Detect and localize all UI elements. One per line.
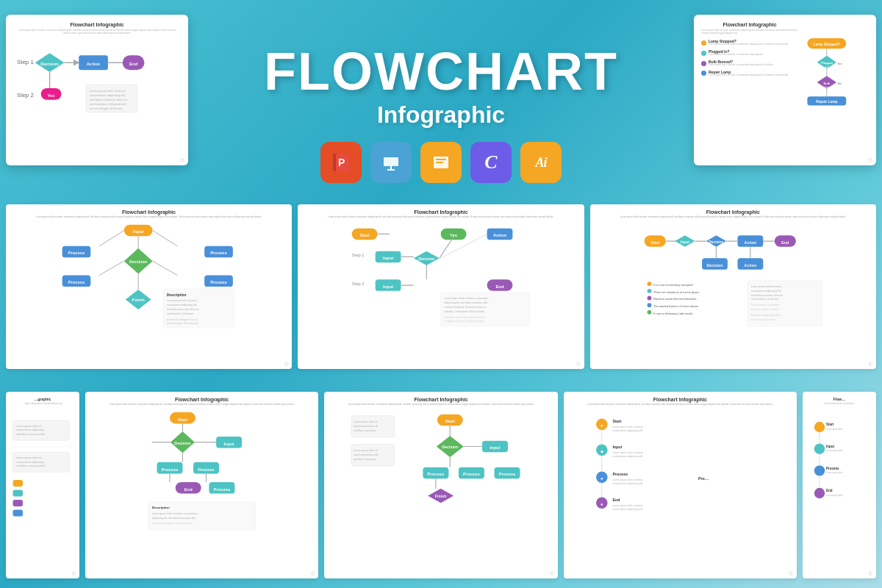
wm-m2: © (576, 362, 580, 367)
svg-rect-150 (13, 480, 24, 487)
svg-text:Decision: Decision (174, 440, 190, 445)
svg-text:Process: Process (162, 467, 179, 471)
svg-text:consectetuer adipiscing elit.: consectetuer adipiscing elit. (612, 455, 643, 458)
slide-body-b4: Lorem ipsum dolor sit amet, consectetur … (586, 404, 774, 406)
svg-text:Repair Lamp: Repair Lamp (816, 100, 837, 104)
svg-text:Description: Description (152, 506, 170, 509)
svg-text:Input: Input (681, 240, 689, 244)
slide-mid-3: Flowchart Infographic Lorem ipsum dolor … (590, 204, 876, 369)
svg-text:End: End (496, 284, 504, 289)
svg-point-233 (814, 443, 825, 453)
illustrator-icon[interactable]: Ai (520, 142, 562, 183)
svg-rect-153 (13, 509, 24, 516)
svg-text:Input: Input (383, 256, 393, 260)
svg-text:Lorem ipsum dolor sit amet,: Lorem ipsum dolor sit amet, (612, 426, 643, 429)
svg-text:Process: Process (210, 280, 227, 284)
flowchart-svg-m2: Start Yes Action Step 1 Input Decision S… (301, 221, 580, 331)
google-slides-icon[interactable] (420, 142, 462, 183)
svg-text:consectetuer adipiscing: consectetuer adipiscing (16, 429, 44, 431)
svg-text:Decision: Decision (442, 445, 459, 449)
slide-title-b3: Flowchart Infographic (414, 397, 467, 402)
watermark-tl: © (181, 158, 184, 163)
bullet-item-2: Plugged in? Lorem ipsum dolor sit amet, … (701, 49, 798, 57)
svg-text:consectetuer adipiscing: consectetuer adipiscing (16, 460, 44, 463)
flowchart-svg-b3: Lorem ipsum dolor sit amet consectetuer … (328, 409, 553, 534)
svg-text:Lorem ipsum dolor sit amet,: Lorem ipsum dolor sit amet, (612, 451, 643, 454)
slide-body-tl: Lorem ipsum dolor sit amet, consectetur … (13, 29, 181, 35)
svg-text:Lorem ipsum dolor sit amet,: Lorem ipsum dolor sit amet, (167, 299, 198, 302)
svg-text:Lorem ipsum dolor sit amet, co: Lorem ipsum dolor sit amet, consectetuer (152, 512, 198, 515)
svg-line-56 (99, 261, 124, 275)
flowchart-svg-b2: Start Decision Input Process Process End (89, 409, 315, 534)
slide-title-m2: Flowchart Infographic (414, 209, 467, 215)
svg-text:adipiscing elit, sed diam nonu: adipiscing elit, sed diam nonummy nibh. (152, 516, 196, 519)
flowchart-svg-m1: Input Process Decision Process Process P… (10, 221, 288, 331)
svg-text:Dolor in hendrerit in vulputat: Dolor in hendrerit in vulputate (751, 304, 779, 306)
svg-text:End: End (184, 487, 193, 492)
slide-body-m3: Lorem ipsum dolor sit amet, consectetur … (619, 216, 847, 219)
svg-text:in vulputate velit esse molest: in vulputate velit esse molestie consequ… (445, 320, 484, 323)
svg-point-229 (814, 422, 825, 432)
svg-text:Lorem ipsum dolor sit: Lorem ipsum dolor sit (16, 456, 41, 459)
svg-text:consectetuer adipiscing elit,: consectetuer adipiscing elit, (167, 304, 198, 306)
svg-text:It uses a dictionary Latin wor: It uses a dictionary Latin words (653, 312, 692, 315)
svg-text:Start: Start (445, 419, 455, 423)
slide-mid-1: Flowchart Infographic Lorem ipsum dolor … (6, 204, 292, 369)
slide-title-m3: Flowchart Infographic (706, 209, 760, 215)
keynote-icon[interactable] (370, 142, 412, 183)
svg-text:Start: Start (650, 240, 659, 245)
slide-title-m1: Flowchart Infographic (122, 209, 176, 215)
flowchart-svg-b4: ● Start Lorem ipsum dolor sit amet, cons… (567, 409, 793, 534)
svg-rect-10 (436, 162, 443, 163)
svg-text:Start: Start (178, 417, 187, 421)
slide-body-b3: Lorem ipsum dolor sit amet, consectetur … (347, 404, 535, 406)
svg-text:Input: Input (223, 441, 234, 445)
svg-text:Lorem ipsum dolor...: Lorem ipsum dolor... (826, 471, 845, 474)
slide-title-b4: Flowchart Infographic (653, 397, 707, 402)
slide-title-tl: Flowchart Infographic (13, 22, 181, 27)
watermark-tr: © (869, 158, 872, 163)
svg-text:sed diam nonummy nibh.: sed diam nonummy nibh. (16, 433, 46, 436)
svg-text:It is now commentary accepted: It is now commentary accepted (653, 283, 692, 287)
app-icons-row: P C Ai (320, 142, 562, 183)
svg-text:sed diam nonummy.: sed diam nonummy. (354, 458, 376, 461)
svg-text:The standard piece of Lorem Ip: The standard piece of Lorem Ipsum (653, 304, 698, 308)
svg-text:●: ● (600, 502, 603, 506)
svg-text:Action: Action (744, 263, 756, 268)
svg-rect-9 (436, 159, 446, 160)
powerpoint-icon[interactable]: P (320, 142, 362, 183)
svg-text:Input: Input (612, 445, 622, 449)
svg-text:Process: Process (499, 472, 516, 476)
svg-text:consectetuer adipiscing elit.: consectetuer adipiscing elit. (612, 508, 643, 511)
svg-text:consectetuer adipiscing elit,: consectetuer adipiscing elit, (90, 93, 126, 97)
slide-body-m2: Lorem ipsum dolor sit amet, consectetur … (327, 216, 556, 219)
svg-text:Start: Start (360, 233, 370, 237)
svg-text:Process: Process (68, 251, 85, 255)
svg-text:Decision: Decision (40, 62, 59, 67)
svg-rect-151 (13, 490, 24, 496)
svg-text:There are variations of Lorem : There are variations of Lorem Ipsum (653, 290, 699, 294)
svg-text:Action: Action (87, 62, 101, 67)
svg-text:P: P (338, 157, 345, 168)
svg-text:●: ● (600, 423, 603, 428)
svg-text:Process: Process (428, 472, 445, 476)
svg-text:sed diam nonummy nibh eus-: sed diam nonummy nibh eus- (167, 308, 199, 311)
svg-text:mod tincidunt. Ut laoreet dol-: mod tincidunt. Ut laoreet dol- (90, 102, 127, 106)
svg-text:volutpat. Lorem ipsum dolor si: volutpat. Lorem ipsum dolor sit amet. (445, 310, 485, 313)
svg-point-126 (647, 296, 651, 301)
svg-text:Plugged: Plugged (821, 61, 833, 65)
svg-text:Lorem ipsum dolor sit: Lorem ipsum dolor sit (354, 420, 377, 423)
svg-text:Decision: Decision (129, 259, 148, 264)
svg-text:Yes: Yes (47, 93, 55, 98)
svg-text:Action: Action (493, 233, 506, 237)
canva-icon[interactable]: C (470, 142, 512, 183)
wm-m3: © (869, 362, 872, 367)
bullet-item-4: Repair Lamp Lorem ipsum dolor sit amet, … (701, 70, 798, 77)
svg-text:Process: Process (826, 466, 839, 470)
svg-text:Finish: Finish (132, 298, 146, 302)
svg-text:Process: Process (463, 472, 480, 476)
svg-text:Duis autem vel eum iriure dolo: Duis autem vel eum iriure dolor in hendr… (445, 316, 485, 319)
svg-text:sed diam nonummy.: sed diam nonummy. (354, 429, 376, 432)
svg-text:Step 1: Step 1 (17, 60, 34, 66)
preview-slide-right: Flowchart Infographic Lorem ipsum dolor … (694, 15, 876, 165)
